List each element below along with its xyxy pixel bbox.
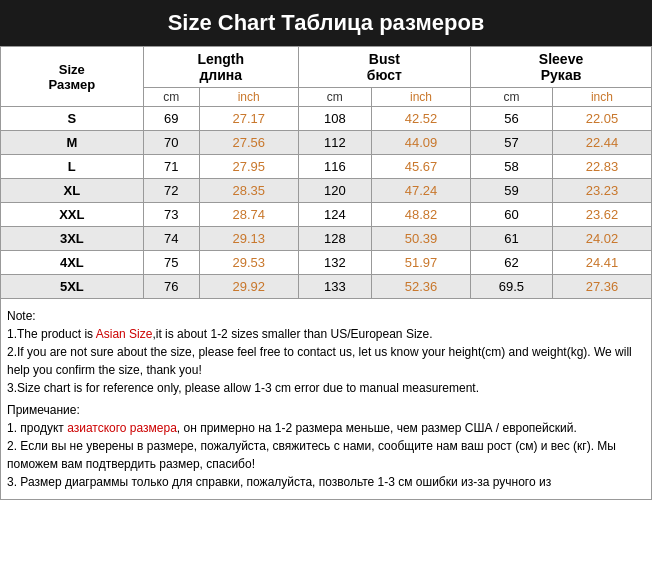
table-row: L7127.9511645.675822.83	[1, 155, 652, 179]
bust-header: Bustбюст	[298, 47, 470, 88]
len-inch-header: inch	[199, 88, 298, 107]
size-column-header: SizeРазмер	[1, 47, 144, 107]
note-line3: 3.Size chart is for reference only, plea…	[7, 379, 645, 397]
bust-inch-header: inch	[371, 88, 470, 107]
len-cm-header: cm	[143, 88, 199, 107]
table-row: XL7228.3512047.245923.23	[1, 179, 652, 203]
ru-note-line3: 3. Размер диаграммы только для справки, …	[7, 473, 645, 491]
length-header: Lengthдлина	[143, 47, 298, 88]
sleeve-cm-header: cm	[471, 88, 553, 107]
note-line2: 2.If you are not sure about the size, pl…	[7, 343, 645, 379]
notes-title-en: Note:	[7, 307, 645, 325]
sleeve-header: SleeveРукав	[471, 47, 652, 88]
table-row: 4XL7529.5313251.976224.41	[1, 251, 652, 275]
table-row: S6927.1710842.525622.05	[1, 107, 652, 131]
header: Size Chart Таблица размеров	[0, 0, 652, 46]
notes-section: Note: 1.The product is Asian Size,it is …	[0, 299, 652, 500]
bust-cm-header: cm	[298, 88, 371, 107]
table-row: 5XL7629.9213352.3669.527.36	[1, 275, 652, 299]
table-row: 3XL7429.1312850.396124.02	[1, 227, 652, 251]
sleeve-inch-header: inch	[552, 88, 651, 107]
ru-note-line1: 1. продукт азиатского размера, он пример…	[7, 419, 645, 437]
ru-note-line2: 2. Если вы не уверены в размере, пожалуй…	[7, 437, 645, 473]
note-line1: 1.The product is Asian Size,it is about …	[7, 325, 645, 343]
notes-title-ru: Примечание:	[7, 401, 645, 419]
table-row: M7027.5611244.095722.44	[1, 131, 652, 155]
header-title: Size Chart Таблица размеров	[168, 10, 485, 35]
table-row: XXL7328.7412448.826023.62	[1, 203, 652, 227]
size-chart-table: SizeРазмер Lengthдлина Bustбюст SleeveРу…	[0, 46, 652, 299]
